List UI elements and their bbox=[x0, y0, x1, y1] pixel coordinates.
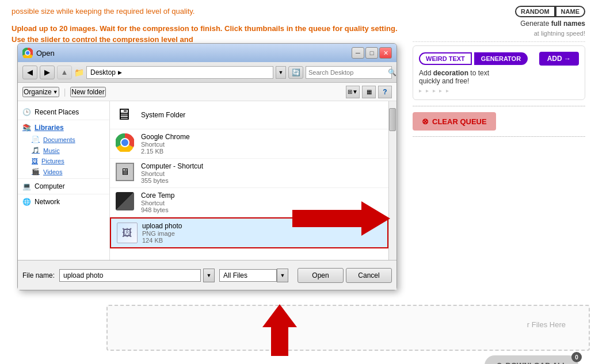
random-button[interactable]: RANDOM bbox=[515, 6, 555, 17]
sidebar-divider-1 bbox=[18, 120, 109, 120]
computer-icon: 💻 bbox=[22, 182, 31, 190]
sidebar-divider-2 bbox=[18, 178, 109, 179]
organize-label: Organize bbox=[24, 88, 52, 96]
computer-shortcut-type: Shortcut bbox=[141, 170, 383, 177]
filename-label: File name: bbox=[22, 271, 55, 279]
filename-dropdown-button[interactable]: ▼ bbox=[203, 269, 215, 282]
view-layout-button[interactable]: ▦ bbox=[362, 86, 376, 98]
svg-marker-0 bbox=[292, 201, 390, 236]
sidebar-group-libraries[interactable]: 📚 Libraries bbox=[18, 121, 109, 134]
dialog-title: Open bbox=[36, 49, 55, 58]
file-item-system-folder[interactable]: 🖥 System Folder bbox=[110, 101, 388, 129]
view-controls: ⊞▼ ▦ ? bbox=[346, 86, 392, 98]
help-button[interactable]: ? bbox=[378, 86, 392, 98]
upload-photo-icon-container: 🖼 bbox=[117, 223, 138, 243]
filetype-select-container: ▼ bbox=[219, 269, 288, 282]
system-folder-name: System Folder bbox=[141, 111, 383, 119]
path-arrow-icon: ▶ bbox=[118, 70, 122, 75]
recent-places-label: Recent Places bbox=[35, 108, 79, 116]
new-folder-button[interactable]: New folder bbox=[70, 87, 105, 97]
system-folder-icon: 🖥 bbox=[116, 105, 132, 123]
search-input[interactable] bbox=[308, 69, 388, 76]
cancel-button[interactable]: Cancel bbox=[346, 268, 392, 283]
sidebar-item-recent-places[interactable]: 🕒 Recent Places bbox=[18, 106, 109, 118]
sidebar-item-music[interactable]: 🎵 Music bbox=[18, 145, 109, 156]
scrollbar-thumb[interactable] bbox=[389, 108, 396, 131]
search-box: 🔍 bbox=[306, 66, 392, 79]
view-options-button[interactable]: ⊞▼ bbox=[346, 86, 360, 98]
back-button[interactable]: ◀ bbox=[22, 66, 37, 79]
chrome-file-name: Google Chrome bbox=[141, 133, 383, 141]
search-icon: 🔍 bbox=[388, 68, 396, 76]
file-item-chrome[interactable]: Google Chrome Shortcut 2.15 KB bbox=[110, 129, 388, 159]
filename-input-container: ▼ bbox=[59, 269, 215, 282]
sidebar: 🕒 Recent Places 📚 Libraries 📄 Documents … bbox=[18, 101, 110, 260]
organize-dropdown-icon: ▼ bbox=[53, 89, 58, 95]
action-buttons: Open Cancel bbox=[298, 268, 392, 283]
sidebar-item-computer[interactable]: 💻 Computer bbox=[18, 180, 109, 193]
computer-shortcut-size: 355 bytes bbox=[141, 177, 383, 184]
chrome-file-type: Shortcut bbox=[141, 141, 383, 148]
documents-icon: 📄 bbox=[32, 136, 40, 143]
core-temp-icon bbox=[116, 192, 134, 210]
svg-marker-1 bbox=[262, 304, 297, 356]
divider-1: | bbox=[64, 87, 66, 97]
chrome-file-info: Google Chrome Shortcut 2.15 KB bbox=[141, 133, 383, 155]
sidebar-item-documents[interactable]: 📄 Documents bbox=[18, 134, 109, 145]
close-button[interactable]: ✕ bbox=[379, 47, 392, 59]
refresh-button[interactable]: 🔄 bbox=[288, 66, 303, 79]
computer-shortcut-icon-container: 🖥 bbox=[116, 163, 136, 183]
upload-photo-icon: 🖼 bbox=[117, 223, 138, 243]
arrow-right-icon bbox=[292, 201, 390, 236]
download-all-button[interactable]: ⊙ DOWNLOAD ALL 0 bbox=[485, 355, 578, 364]
core-temp-name: Core Temp bbox=[141, 191, 383, 200]
system-folder-info: System Folder bbox=[141, 111, 383, 119]
recent-places-icon: 🕒 bbox=[22, 108, 31, 116]
sidebar-item-videos[interactable]: 🎬 Videos bbox=[18, 166, 109, 177]
download-icon: ⊙ bbox=[496, 361, 502, 364]
file-item-computer-shortcut[interactable]: 🖥 Computer - Shortcut Shortcut 355 bytes bbox=[110, 159, 388, 188]
minimize-button[interactable]: ─ bbox=[352, 47, 364, 59]
computer-label: Computer bbox=[35, 182, 65, 190]
chrome-file-icon bbox=[116, 133, 134, 152]
clear-queue-label: CLEAR QUEUE bbox=[432, 117, 487, 126]
filename-input[interactable] bbox=[59, 269, 201, 282]
filetype-dropdown-button[interactable]: ▼ bbox=[277, 269, 288, 282]
address-toolbar: ◀ ▶ ▲ 📁 Desktop ▶ ▼ 🔄 🔍 bbox=[18, 62, 396, 83]
drop-files-text: r Files Here bbox=[527, 320, 566, 329]
svg-point-5 bbox=[121, 139, 129, 147]
arrow-right-container bbox=[292, 201, 390, 238]
bottom-area: r Files Here ⊙ DOWNLOAD ALL 0 bbox=[106, 305, 590, 364]
sidebar-item-pictures[interactable]: 🖼 Pictures bbox=[18, 156, 109, 166]
forward-button[interactable]: ▶ bbox=[40, 66, 55, 79]
title-bar: Open ─ □ ✕ bbox=[18, 44, 396, 62]
download-badge: 0 bbox=[571, 352, 582, 362]
open-file-dialog: Open ─ □ ✕ ◀ ▶ ▲ 📁 Desktop ▶ ▼ 🔄 🔍 Orga bbox=[17, 43, 397, 290]
title-bar-controls: ─ □ ✕ bbox=[352, 47, 392, 59]
bottom-bar: File name: ▼ ▼ Open Cancel bbox=[18, 260, 396, 290]
bg-text-1: possible size while keeping the required… bbox=[12, 6, 403, 17]
sidebar-item-network[interactable]: 🌐 Network bbox=[18, 196, 109, 208]
dialog-chrome-icon bbox=[22, 48, 33, 58]
action-bar: Organize ▼ | New folder ⊞▼ ▦ ? bbox=[18, 83, 396, 101]
lightning-text: at lightning speed! bbox=[413, 30, 585, 37]
maximize-button[interactable]: □ bbox=[365, 47, 378, 59]
videos-label: Videos bbox=[43, 168, 62, 175]
computer-shortcut-icon: 🖥 bbox=[116, 163, 134, 181]
name-button[interactable]: NAME bbox=[555, 6, 585, 17]
bg-text-2: Upload up to 20 images. Wait for the com… bbox=[12, 23, 403, 45]
open-button[interactable]: Open bbox=[298, 268, 344, 283]
clear-queue-button[interactable]: ⊗ CLEAR QUEUE bbox=[413, 112, 496, 131]
path-dropdown-button[interactable]: ▼ bbox=[276, 66, 286, 79]
music-icon: 🎵 bbox=[32, 147, 40, 154]
decoration-sub: quickly and free! bbox=[419, 77, 579, 85]
sidebar-divider-3 bbox=[18, 194, 109, 194]
filetype-input[interactable] bbox=[219, 269, 277, 282]
core-temp-icon-container bbox=[116, 192, 136, 213]
add-button[interactable]: ADD → bbox=[539, 52, 579, 66]
svg-point-3 bbox=[25, 51, 30, 55]
path-text[interactable]: Desktop ▶ bbox=[86, 66, 273, 79]
generator-tag: GENERATOR bbox=[474, 52, 528, 65]
videos-icon: 🎬 bbox=[32, 168, 40, 175]
organize-button[interactable]: Organize ▼ bbox=[22, 87, 59, 97]
